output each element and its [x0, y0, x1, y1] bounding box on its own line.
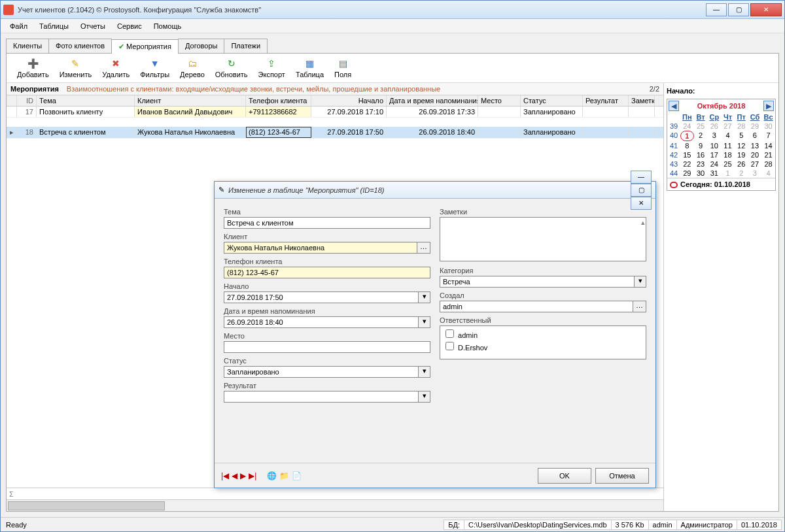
calendar-day[interactable]: 9	[694, 141, 708, 150]
col-status[interactable]: Статус	[521, 95, 583, 106]
calendar-day[interactable]: 1	[721, 169, 735, 178]
calendar-prev-button[interactable]: ◀	[669, 101, 679, 111]
calendar-grid[interactable]: ПнВтСрЧтПтСбВс39242526272829304012345674…	[667, 112, 775, 178]
input-result[interactable]	[224, 391, 419, 403]
globe-icon[interactable]: 🌐	[267, 471, 277, 480]
calendar-day[interactable]: 12	[735, 141, 748, 150]
maximize-button[interactable]: ▢	[728, 3, 749, 16]
calendar-day[interactable]: 24	[680, 122, 694, 131]
col-client[interactable]: Клиент	[135, 95, 246, 106]
calendar-day[interactable]: 18	[721, 150, 735, 159]
toolbar-обновить[interactable]: ↻Обновить	[210, 56, 253, 80]
calendar-day[interactable]: 29	[680, 169, 694, 178]
col-start[interactable]: Начало	[311, 95, 387, 106]
tab-events[interactable]: ✔Мероприятия	[111, 39, 179, 54]
tab-photos[interactable]: Фото клиентов	[48, 39, 112, 53]
table-row[interactable]: 17 Позвонить клиенту Иванов Василий Давы…	[7, 107, 663, 118]
tab-payments[interactable]: Платежи	[224, 39, 268, 53]
scrollbar-thumb[interactable]	[8, 501, 165, 510]
calendar-day[interactable]: 11	[721, 141, 735, 150]
calendar-next-button[interactable]: ▶	[763, 101, 774, 111]
toolbar-изменить[interactable]: ✎Изменить	[54, 56, 97, 80]
calendar-day[interactable]: 25	[694, 122, 708, 131]
calendar-day[interactable]: 6	[748, 131, 762, 141]
calendar-day[interactable]: 3	[707, 131, 721, 141]
calendar-day[interactable]: 21	[761, 150, 775, 159]
lookup-creator-button[interactable]: …	[633, 301, 646, 312]
calendar-day[interactable]: 19	[735, 150, 748, 159]
input-tema[interactable]	[224, 217, 430, 229]
calendar-day[interactable]: 8	[680, 141, 694, 150]
nav-next-icon[interactable]: ▶	[240, 471, 246, 480]
toolbar-экспорт[interactable]: ⇪Экспорт	[253, 56, 290, 80]
dialog-titlebar[interactable]: ✎ Изменение в таблице "Мероприятия" (ID=…	[215, 182, 655, 199]
input-remind[interactable]	[224, 316, 419, 328]
calendar-day[interactable]: 30	[761, 122, 775, 131]
dropdown-start-button[interactable]: ▾	[419, 291, 430, 303]
toolbar-таблица[interactable]: ▦Таблица	[290, 56, 329, 80]
col-tema[interactable]: Тема	[37, 95, 135, 106]
notes-scroll-up-icon[interactable]: ▴	[641, 218, 645, 227]
calendar-day[interactable]: 20	[748, 150, 762, 159]
minimize-button[interactable]: —	[706, 3, 727, 16]
dialog-minimize-button[interactable]: —	[631, 171, 652, 184]
calendar-day[interactable]: 29	[748, 122, 762, 131]
menu-help[interactable]: Помощь	[148, 21, 187, 31]
calendar-day[interactable]: 24	[707, 159, 721, 169]
toolbar-поля[interactable]: ▤Поля	[329, 56, 357, 80]
horizontal-scrollbar[interactable]	[7, 499, 663, 511]
tab-clients[interactable]: Клиенты	[6, 39, 49, 53]
cancel-button[interactable]: Отмена	[595, 468, 649, 484]
input-start[interactable]	[224, 291, 419, 303]
toolbar-удалить[interactable]: ✖Удалить	[97, 56, 135, 80]
toolbar-фильтры[interactable]: ▼Фильтры	[135, 56, 175, 80]
calendar-day[interactable]: 23	[694, 159, 708, 169]
menu-file[interactable]: Файл	[5, 21, 33, 31]
calendar-day[interactable]: 1	[680, 131, 694, 141]
menu-tables[interactable]: Таблицы	[34, 21, 74, 31]
dialog-maximize-button[interactable]: ▢	[631, 184, 652, 197]
col-id[interactable]: ID	[17, 95, 37, 106]
input-place[interactable]	[224, 341, 430, 353]
input-notes[interactable]	[440, 217, 646, 261]
col-result[interactable]: Результат	[583, 95, 629, 106]
dropdown-category-button[interactable]: ▾	[635, 276, 646, 288]
col-phone[interactable]: Телефон клиента	[246, 95, 311, 106]
nav-first-icon[interactable]: |◀	[221, 471, 229, 480]
calendar-day[interactable]: 26	[707, 122, 721, 131]
calendar-day[interactable]: 17	[707, 150, 721, 159]
calendar-day[interactable]: 2	[735, 169, 748, 178]
col-notes[interactable]: Заметки	[629, 95, 655, 106]
calendar-day[interactable]: 27	[721, 122, 735, 131]
input-phone[interactable]	[224, 267, 430, 278]
calendar-day[interactable]: 10	[707, 141, 721, 150]
doc-icon[interactable]: 📄	[292, 471, 302, 480]
menu-reports[interactable]: Отчеты	[75, 21, 111, 31]
calendar-day[interactable]: 22	[680, 159, 694, 169]
calendar-day[interactable]: 4	[761, 169, 775, 178]
folder-icon[interactable]: 📁	[279, 471, 289, 480]
toolbar-добавить[interactable]: ➕Добавить	[12, 56, 54, 80]
input-client[interactable]	[224, 242, 417, 254]
calendar-day[interactable]: 27	[748, 159, 762, 169]
input-creator[interactable]	[440, 301, 633, 312]
responsible-option[interactable]: admin	[443, 327, 643, 340]
nav-last-icon[interactable]: ▶|	[249, 471, 256, 480]
calendar-day[interactable]: 3	[748, 169, 762, 178]
calendar-day[interactable]: 25	[721, 159, 735, 169]
dropdown-result-button[interactable]: ▾	[419, 391, 430, 403]
dropdown-status-button[interactable]: ▾	[419, 366, 430, 378]
toolbar-дерево[interactable]: 🗂Дерево	[175, 56, 210, 80]
calendar-day[interactable]: 28	[735, 122, 748, 131]
calendar-day[interactable]: 31	[707, 169, 721, 178]
col-remind[interactable]: Дата и время напоминания	[387, 95, 478, 106]
calendar-month[interactable]: Октябрь 2018	[697, 102, 746, 110]
table-row[interactable]: ▸ 18 Встреча с клиентом Жукова Наталья Н…	[7, 127, 663, 139]
input-status[interactable]	[224, 366, 419, 378]
calendar-day[interactable]: 16	[694, 150, 708, 159]
close-button[interactable]: ✕	[750, 3, 782, 16]
calendar-day[interactable]: 2	[694, 131, 708, 141]
responsible-option[interactable]: D.Ershov	[443, 340, 643, 352]
calendar-today-link[interactable]: Сегодня: 01.10.2018	[667, 178, 775, 190]
calendar-day[interactable]: 28	[761, 159, 775, 169]
